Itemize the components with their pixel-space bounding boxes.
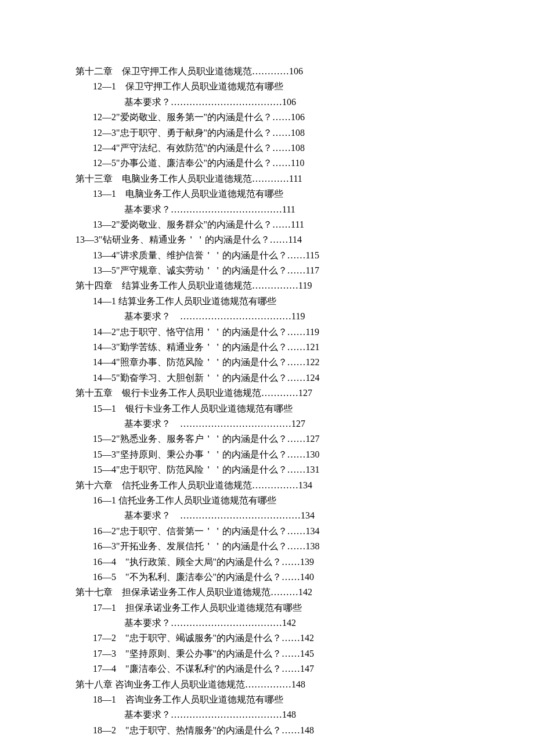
toc-line: 17—2 "忠于职守、竭诚服务"的内涵是什么？……142 [75, 631, 459, 646]
toc-line: 第十二章 保卫守押工作人员职业道德规范…………106 [75, 64, 459, 79]
toc-line: 12—3"忠于职守、勇于献身"的内涵是什么？……108 [75, 125, 459, 141]
toc-line: 17—3 "坚持原则、秉公办事"的内涵是什么？……145 [75, 646, 459, 661]
toc-line: 12—4"严守法纪、有效防范"的内涵是什么？……108 [75, 141, 459, 156]
toc-line: 15—1 银行卡业务工作人员职业道德规范有哪些 [75, 401, 459, 416]
toc-line: 15—2"熟悉业务、服务客户＇＇的内涵是什么？……127 [75, 431, 459, 447]
toc-line: 14—3"勤学苦练、精通业务＇＇的内涵是什么？……121 [75, 340, 459, 355]
toc-line: 第十三章 电脑业务工作人员职业道德规范…………111 [75, 171, 459, 186]
toc-line: 第十六章 信托业务工作人员职业道德规范……………134 [75, 478, 459, 493]
toc-line: 17—1 担保承诺业务工作人员职业道德规范有哪些 [75, 600, 459, 615]
toc-line: 基本要求？………………………………106 [75, 95, 459, 110]
toc-line: 14—4"照章办事、防范风险＇＇的内涵是什么？……122 [75, 355, 459, 370]
toc-line: 第十四章 结算业务工作人员职业道德规范……………119 [75, 278, 459, 293]
toc-line: 15—3"坚持原则、秉公办事＇＇的内涵是什么？……130 [75, 447, 459, 462]
toc-line: 13—5"严守规章、诚实劳动＇＇的内涵是什么？……117 [75, 263, 459, 278]
toc-line: 12—2"爱岗敬业、服务第一"的内涵是什么？……106 [75, 110, 459, 125]
toc-line: 16—4 "执行政策、顾全大局"的内涵是什么？……139 [75, 555, 459, 570]
toc-line: 基本要求？ …………………………………134 [75, 508, 459, 523]
toc-line: 12—5"办事公道、廉洁奉公"的内涵是什么？……110 [75, 156, 459, 171]
toc-line: 第十八章 咨询业务工作人员职业道德规范……………148 [75, 677, 459, 692]
toc-line: 第十五章 银行卡业务工作人员职业道德规范…………127 [75, 386, 459, 401]
table-of-contents: 第十二章 保卫守押工作人员职业道德规范…………10612—1 保卫守押工作人员职… [75, 64, 459, 738]
toc-line: 基本要求？ ………………………………127 [75, 416, 459, 431]
toc-line: 13—4"讲求质量、维护信誉＇＇的内涵是什么？……115 [75, 248, 459, 263]
toc-line: 第十七章 担保承诺业务工作人员职业道德规范………142 [75, 585, 459, 600]
toc-line: 基本要求？ ………………………………119 [75, 309, 459, 324]
toc-line: 13—3"钻研业务、精通业务＇＇的内涵是什么？……114 [75, 232, 459, 247]
toc-line: 14—2"忠于职守、恪守信用＇＇的内涵是什么？……119 [75, 325, 459, 340]
toc-line: 15—4"忠于职守、防范风险＇＇的内涵是什么？……131 [75, 462, 459, 477]
toc-line: 12—1 保卫守押工作人员职业道德规范有哪些 [75, 79, 459, 94]
toc-line: 18—2 "忠于职守、热情服务"的内涵是什么？……148 [75, 723, 459, 738]
toc-line: 18—1 咨询业务工作人员职业道德规范有哪些 [75, 692, 459, 707]
toc-line: 16—5 "不为私利、廉洁奉公"的内涵是什么？……140 [75, 570, 459, 585]
toc-line: 基本要求？………………………………148 [75, 707, 459, 722]
toc-line: 17—4 "廉洁奉公、不谋私利"的内涵是什么？……147 [75, 661, 459, 676]
toc-line: 14—1 结算业务工作人员职业道德规范有哪些 [75, 294, 459, 309]
toc-line: 基本要求？………………………………111 [75, 202, 459, 217]
toc-line: 14—5"勤奋学习、大胆创新＇＇的内涵是什么？……124 [75, 370, 459, 386]
toc-line: 基本要求？………………………………142 [75, 615, 459, 631]
toc-line: 13—2"爱岗敬业、服务群众"的内涵是什么？……111 [75, 217, 459, 232]
toc-line: 16—1 信托业务工作人员职业道德规范有哪些 [75, 493, 459, 508]
toc-line: 13—1 电脑业务工作人员职业道德规范有哪些 [75, 186, 459, 201]
toc-line: 16—2"忠于职守、信誉第一＇＇的内涵是什么？……134 [75, 524, 459, 539]
toc-line: 16—3"开拓业务、发展信托＇＇的内涵是什么？……138 [75, 539, 459, 554]
